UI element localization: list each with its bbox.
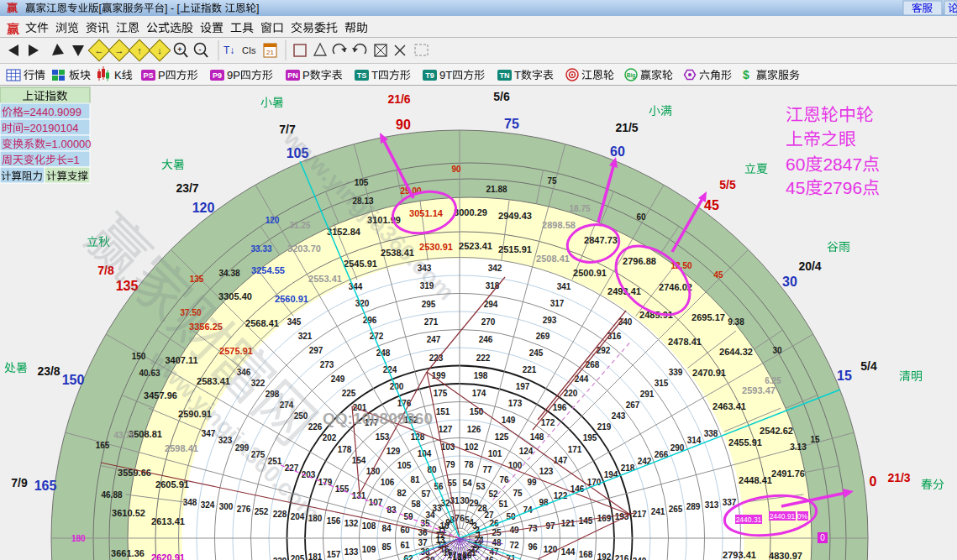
svg-text:60: 60 (636, 212, 646, 222)
svg-text:21/5: 21/5 (615, 121, 638, 134)
svg-text:131: 131 (352, 491, 366, 500)
svg-text:2523.41: 2523.41 (459, 241, 492, 251)
svg-text:78: 78 (464, 460, 474, 469)
svg-text:[: [ (99, 3, 103, 14)
svg-text:90: 90 (451, 165, 461, 174)
svg-text:52: 52 (488, 489, 498, 499)
svg-text:2695.17: 2695.17 (691, 312, 725, 322)
svg-text:272: 272 (370, 332, 384, 341)
svg-text:168: 168 (579, 550, 593, 559)
svg-text:90: 90 (396, 118, 411, 132)
svg-text:154: 154 (352, 456, 366, 465)
svg-text:246: 246 (479, 335, 493, 344)
svg-text:5/4: 5/4 (860, 359, 877, 373)
svg-text:2598.41: 2598.41 (165, 443, 198, 453)
svg-text:2793.41: 2793.41 (723, 550, 756, 560)
svg-text:$: $ (743, 68, 749, 81)
svg-text:21/3: 21/3 (887, 471, 910, 484)
svg-text:294: 294 (484, 300, 498, 309)
svg-text:147: 147 (554, 456, 568, 465)
svg-text:2542.62: 2542.62 (760, 426, 793, 436)
svg-text:105: 105 (397, 461, 412, 470)
svg-text:293: 293 (543, 316, 557, 325)
svg-text:9.38: 9.38 (728, 317, 744, 327)
svg-text:2605.91: 2605.91 (155, 479, 189, 489)
svg-text:=1: =1 (67, 154, 80, 166)
svg-text:21.88: 21.88 (486, 185, 507, 194)
svg-text:178: 178 (338, 445, 352, 454)
svg-text:174: 174 (472, 389, 486, 398)
svg-text:96: 96 (528, 542, 538, 552)
svg-text:75: 75 (504, 117, 519, 131)
svg-text:23/7: 23/7 (176, 181, 198, 195)
svg-text:315: 315 (655, 379, 669, 388)
svg-text:348: 348 (183, 498, 197, 507)
svg-text:75: 75 (513, 489, 523, 498)
svg-text:240: 240 (633, 557, 647, 560)
svg-text:5/5: 5/5 (719, 178, 736, 191)
svg-text:221: 221 (523, 365, 537, 374)
svg-text:217: 217 (633, 510, 647, 519)
svg-text:202: 202 (323, 433, 337, 442)
svg-text:T9: T9 (425, 71, 434, 80)
svg-text:132: 132 (344, 519, 359, 528)
svg-text:83: 83 (386, 505, 397, 515)
svg-text:99: 99 (527, 478, 537, 487)
svg-text:54: 54 (462, 479, 472, 488)
svg-text:21/6: 21/6 (387, 92, 410, 106)
svg-text:199: 199 (432, 371, 446, 380)
svg-text:245: 245 (529, 348, 544, 358)
svg-text:171: 171 (568, 445, 582, 454)
svg-text:59: 59 (403, 512, 413, 521)
svg-text:=20190104: =20190104 (24, 122, 78, 134)
svg-text:77: 77 (482, 465, 492, 474)
svg-text:314: 314 (687, 436, 702, 445)
svg-text:20/4: 20/4 (798, 259, 821, 273)
svg-text:4830.97: 4830.97 (769, 551, 802, 560)
svg-text:0: 0 (820, 533, 825, 542)
svg-text:194: 194 (604, 470, 618, 479)
svg-text:51: 51 (498, 500, 508, 509)
svg-text:2545.91: 2545.91 (344, 259, 377, 269)
svg-text:150: 150 (132, 352, 146, 361)
svg-text:295: 295 (422, 300, 436, 309)
svg-text:Big: Big (627, 72, 636, 79)
svg-text:]: ] (256, 3, 259, 14)
svg-text:82: 82 (397, 489, 407, 498)
svg-text:313: 313 (705, 500, 719, 510)
svg-text:QQ:100809360: QQ:100809360 (323, 410, 433, 427)
svg-text:0: 0 (870, 474, 877, 489)
svg-text:P: P (302, 69, 310, 81)
svg-text:3610.52: 3610.52 (112, 508, 145, 518)
svg-text:125: 125 (495, 432, 509, 442)
svg-text:249: 249 (331, 374, 345, 384)
svg-text:61: 61 (400, 541, 410, 550)
svg-text:341: 341 (557, 282, 571, 291)
svg-text:124: 124 (519, 447, 534, 456)
svg-text:120: 120 (266, 216, 280, 225)
svg-text:2470.91: 2470.91 (692, 368, 726, 378)
svg-text:126: 126 (467, 425, 481, 434)
svg-text:133: 133 (344, 547, 359, 557)
svg-text:9T: 9T (439, 69, 452, 81)
svg-text:TN: TN (500, 71, 510, 80)
svg-text:2553.41: 2553.41 (308, 274, 342, 284)
svg-text:342: 342 (488, 264, 502, 273)
svg-text:2593.47: 2593.47 (742, 385, 776, 395)
svg-text:151: 151 (436, 407, 450, 416)
svg-text:2508.41: 2508.41 (536, 254, 570, 264)
svg-text:58: 58 (411, 500, 421, 509)
svg-text:123: 123 (539, 467, 554, 476)
svg-text:276: 276 (237, 505, 251, 514)
svg-text:34.38: 34.38 (218, 269, 239, 278)
svg-text:175: 175 (434, 389, 448, 398)
svg-text:291: 291 (640, 390, 655, 399)
svg-text:81: 81 (410, 475, 420, 484)
svg-text:P: P (158, 69, 166, 81)
svg-text:2613.41: 2613.41 (151, 516, 185, 526)
svg-text:6.25: 6.25 (765, 376, 781, 385)
svg-text:271: 271 (424, 317, 439, 327)
svg-text:37: 37 (418, 538, 428, 547)
svg-text:2898.58: 2898.58 (542, 220, 576, 230)
svg-text:7/9: 7/9 (11, 476, 28, 489)
